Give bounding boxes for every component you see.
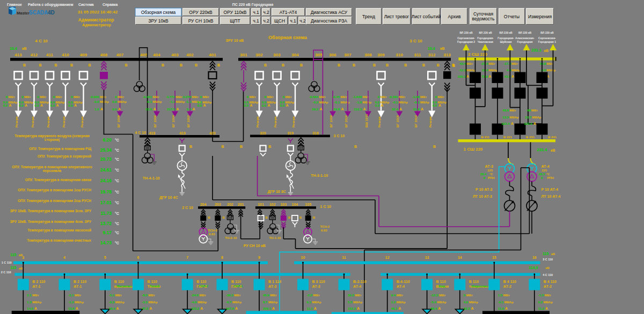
svg-text:11: 11 bbox=[342, 256, 346, 259]
svg-text:0.63: 0.63 bbox=[321, 229, 327, 232]
svg-text:11.2 А: 11.2 А bbox=[538, 306, 548, 310]
svg-text:402: 402 bbox=[186, 53, 194, 57]
svg-text:МВАр: МВАр bbox=[488, 69, 497, 72]
svg-text:43.4: 43.4 bbox=[459, 62, 466, 65]
svg-text:В-2-110: В-2-110 bbox=[353, 280, 367, 283]
svg-text:3 С 110: 3 С 110 bbox=[543, 258, 553, 261]
svg-text:-1.2 МВАр: -1.2 МВАр bbox=[68, 301, 84, 304]
svg-text:Резерв: Резерв bbox=[256, 116, 259, 128]
svg-text:Вид: Вид bbox=[439, 285, 445, 288]
svg-text:-1.1: -1.1 bbox=[186, 100, 192, 103]
svg-text:В: В bbox=[189, 145, 192, 148]
svg-text:АТ-2: АТ-2 bbox=[544, 285, 552, 288]
svg-text:47.2 А: 47.2 А bbox=[142, 306, 152, 310]
svg-text:В: В bbox=[223, 216, 225, 219]
svg-text:229.1 А: 229.1 А bbox=[263, 306, 275, 310]
svg-text:6: 6 bbox=[137, 256, 140, 259]
svg-text:АТ-3: АТ-3 bbox=[268, 285, 276, 288]
svg-text:кВ: кВ bbox=[551, 148, 555, 152]
svg-text:ВГ 1015: ВГ 1015 bbox=[396, 115, 399, 128]
svg-text:114,9: 114,9 bbox=[529, 266, 538, 270]
svg-text:420: 420 bbox=[209, 131, 216, 135]
svg-text:17.01: 17.01 bbox=[100, 200, 112, 205]
svg-text:МВт: МВт bbox=[74, 95, 80, 99]
svg-text:-1.08: -1.08 bbox=[412, 95, 420, 99]
svg-text:Резерв: Резерв bbox=[274, 116, 277, 128]
svg-text:104: 104 bbox=[292, 203, 298, 206]
svg-text:ВГ 1004: ВГ 1004 bbox=[172, 115, 175, 128]
svg-text:Сергеевская-: Сергеевская- bbox=[457, 36, 475, 40]
svg-text:кВ: кВ bbox=[546, 266, 550, 270]
svg-text:24.16: 24.16 bbox=[100, 178, 112, 183]
svg-text:А: А bbox=[511, 74, 514, 78]
svg-text:408: 408 bbox=[100, 53, 108, 57]
svg-text:В 110: В 110 bbox=[114, 280, 124, 283]
svg-text:Лист событий: Лист событий bbox=[412, 14, 441, 19]
svg-text:11.1 А: 11.1 А bbox=[307, 306, 317, 310]
svg-text:0.0: 0.0 bbox=[262, 104, 267, 107]
svg-text:А: А bbox=[74, 103, 77, 107]
svg-text:31 05 2022 16:40:42: 31 05 2022 16:40:42 bbox=[78, 10, 118, 14]
svg-text:ДГР 10 4С: ДГР 10 4С bbox=[159, 196, 178, 200]
svg-text:МВт: МВт bbox=[24, 95, 31, 99]
svg-text:РУ СН 10 кВ: РУ СН 10 кВ bbox=[244, 244, 266, 248]
svg-text:В: В bbox=[300, 63, 303, 67]
svg-text:23.6: 23.6 bbox=[145, 108, 152, 111]
svg-text:МВАр: МВАр bbox=[363, 101, 372, 104]
svg-text:3 С 10: 3 С 10 bbox=[409, 39, 422, 43]
svg-text:В: В bbox=[338, 63, 340, 67]
svg-text:0.1 МВАр: 0.1 МВАр bbox=[307, 301, 321, 304]
svg-text:-0.45: -0.45 bbox=[332, 95, 340, 99]
svg-text:125: 125 bbox=[541, 169, 547, 172]
svg-text:МВт: МВт bbox=[546, 62, 553, 65]
svg-text:11.5 А: 11.5 А bbox=[498, 306, 508, 310]
svg-text:1 СШ 220: 1 СШ 220 bbox=[464, 147, 484, 152]
svg-text:°C: °C bbox=[115, 158, 119, 161]
svg-text:А: А bbox=[363, 107, 366, 111]
svg-text:В 110: В 110 bbox=[436, 280, 446, 283]
svg-text:28.3: 28.3 bbox=[539, 173, 545, 176]
svg-text:Диагностика АСУ: Диагностика АСУ bbox=[311, 10, 348, 15]
svg-text:Обзорная схема: Обзорная схема bbox=[268, 35, 308, 40]
svg-text:418: 418 bbox=[149, 131, 156, 135]
svg-text:Температура в помещении насосн: Температура в помещении насосной bbox=[27, 228, 91, 233]
svg-text:405: 405 bbox=[140, 53, 148, 57]
svg-text:-24.6 МВт: -24.6 МВт bbox=[191, 294, 206, 297]
svg-text:13.72: 13.72 bbox=[100, 221, 112, 226]
svg-text:28.4: 28.4 bbox=[480, 173, 487, 176]
svg-text:4 С 110: 4 С 110 bbox=[543, 273, 553, 276]
svg-text:110.3: 110.3 bbox=[354, 108, 362, 111]
svg-text:А: А bbox=[466, 74, 469, 78]
svg-text:МВАр: МВАр bbox=[153, 100, 162, 103]
svg-text:Резерв: Резерв bbox=[47, 116, 50, 128]
svg-text:ЛТ 10 АТ-4: ЛТ 10 АТ-4 bbox=[541, 195, 560, 198]
svg-text:ОПУ. Температура в серверной: ОПУ. Температура в серверной bbox=[38, 154, 91, 159]
svg-text:ТСН-2: ТСН-2 bbox=[320, 225, 330, 228]
svg-text:-3.1 МВт: -3.1 МВт bbox=[109, 294, 122, 297]
svg-text:МВАр: МВАр bbox=[341, 101, 350, 104]
svg-text:410: 410 bbox=[62, 53, 69, 57]
svg-text:В: В bbox=[217, 63, 220, 67]
svg-text:9.17: 9.17 bbox=[103, 230, 112, 235]
svg-text:ЩСН: ЩСН bbox=[274, 18, 285, 24]
svg-text:ВГ 1010: ВГ 1010 bbox=[345, 115, 348, 128]
svg-text:В: В bbox=[125, 63, 128, 67]
svg-text:Р 10 АТ-4: Р 10 АТ-4 bbox=[541, 188, 558, 191]
svg-text:Чкаловская: Чкаловская bbox=[478, 40, 493, 43]
svg-text:МВАр: МВАр bbox=[118, 100, 127, 103]
svg-text:-27.4: -27.4 bbox=[481, 62, 488, 65]
svg-text:16: 16 bbox=[532, 256, 537, 259]
svg-text:ВЛ 220 кВ: ВЛ 220 кВ bbox=[499, 31, 513, 34]
svg-text:34.8: 34.8 bbox=[540, 62, 546, 65]
svg-text:12: 12 bbox=[385, 256, 390, 259]
svg-text:320: 320 bbox=[260, 131, 266, 135]
svg-text:В: В bbox=[23, 63, 26, 67]
svg-text:Система: Система bbox=[78, 3, 94, 6]
svg-text:0.0: 0.0 bbox=[50, 104, 55, 107]
svg-text:312: 312 bbox=[428, 53, 436, 57]
svg-text:В: В bbox=[422, 63, 425, 67]
svg-text:5: 5 bbox=[104, 256, 106, 259]
svg-text:0.0: 0.0 bbox=[112, 100, 117, 103]
svg-text:МВАр: МВАр bbox=[532, 116, 541, 119]
svg-text:МВт: МВт bbox=[466, 62, 473, 65]
